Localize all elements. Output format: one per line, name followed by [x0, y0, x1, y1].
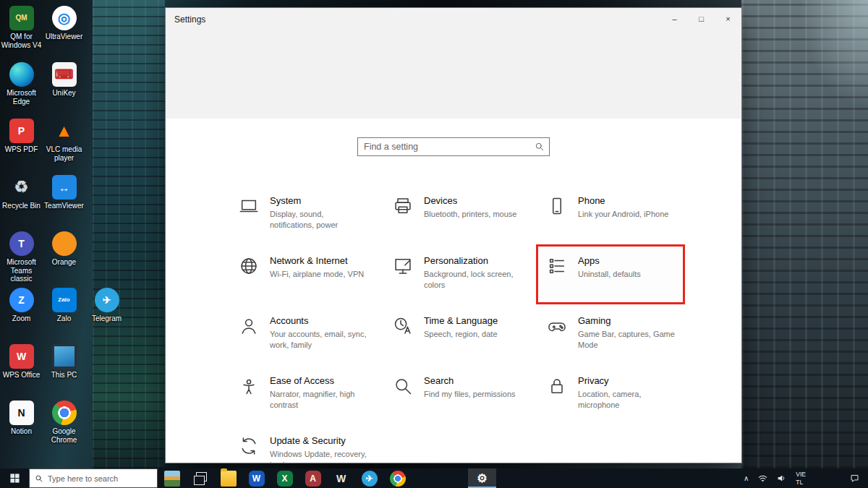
category-title: Accounts [270, 315, 367, 326]
desktop-icon-tile: QM [9, 6, 34, 30]
language-line1: VIE [796, 471, 806, 479]
desktop-icon-label: Zoom [12, 314, 31, 323]
settings-category-network-internet[interactable]: Network & Internet Wi-Fi, airplane mode,… [228, 244, 377, 304]
wifi-icon[interactable] [758, 474, 767, 483]
desktop-icon-tile: ▲ [52, 119, 77, 143]
find-setting-box [357, 137, 550, 156]
system-tray: ∧ VIE TL [744, 468, 868, 488]
language-indicator[interactable]: VIE TL [796, 471, 806, 486]
taskbar-search[interactable] [29, 468, 158, 488]
network-icon [239, 256, 259, 276]
chevron-up-icon[interactable]: ∧ [744, 475, 749, 482]
start-button[interactable] [0, 468, 29, 488]
desktop-icon-tile [52, 344, 77, 369]
desktop-icon-zoom[interactable]: Z Zoom [0, 288, 43, 344]
category-title: Search [424, 375, 516, 386]
taskbar-active-app: ⚙ [468, 468, 496, 488]
desktop-icon-unikey[interactable]: ⌨ UniKey [43, 62, 85, 119]
category-title: System [270, 195, 367, 206]
desktop-icon-label: TeamViewer [44, 202, 84, 210]
taskbar-app-w-app[interactable]: W [327, 468, 355, 488]
taskbar-app-excel[interactable]: X [271, 468, 299, 488]
desktop-icon-notion[interactable]: N Notion [0, 401, 43, 457]
search-category-icon [393, 376, 413, 396]
taskbar-app-news-widget[interactable] [158, 468, 186, 488]
desktop-icon-orange[interactable]: Orange [43, 231, 85, 288]
taskbar-app-file-explorer[interactable] [214, 468, 242, 488]
category-description: Bluetooth, printers, mouse [424, 209, 516, 220]
category-description: Location, camera, microphone [578, 389, 676, 411]
category-title: Update & Security [270, 435, 367, 446]
settings-category-system[interactable]: System Display, sound, notifications, po… [228, 184, 377, 244]
category-title: Time & Language [424, 315, 498, 326]
desktop-icon-label: Microsoft Edge [1, 89, 43, 106]
system-icon [239, 196, 259, 216]
desktop-icon-tile: T [9, 231, 34, 256]
category-description: Link your Android, iPhone [578, 209, 668, 220]
desktop-icon-ultraviewer[interactable]: ◎ UltraViewer [43, 6, 85, 62]
minimize-button[interactable]: – [661, 8, 688, 30]
taskbar-app-settings[interactable]: ⚙ [468, 468, 496, 488]
desktop-icon-label: Telegram [92, 314, 122, 323]
desktop-icon-qm-for-windows[interactable]: QM QM for Windows V4 [0, 6, 43, 62]
category-description: Uninstall, defaults [578, 269, 641, 280]
desktop-icon-tile: N [9, 401, 34, 425]
desktop-icon-microsoft-teams[interactable]: T Microsoft Teams classic [0, 231, 43, 288]
category-description: Narrator, magnifier, high contrast [270, 389, 367, 411]
desktop-icon-recycle-bin[interactable]: ♻ Recycle Bin [0, 175, 43, 231]
desktop-icon-tile: W [9, 344, 34, 369]
category-title: Ease of Access [270, 375, 367, 386]
window-controls: – □ × [661, 8, 741, 30]
desktop-icon-label: QM for Windows V4 [1, 33, 43, 49]
search-icon[interactable] [530, 141, 549, 153]
taskbar-app-chrome[interactable] [383, 468, 412, 488]
desktop-icon-wps-office[interactable]: W WPS Office [0, 344, 43, 401]
titlebar[interactable]: Settings – □ × [166, 8, 741, 31]
category-description: Game Bar, captures, Game Mode [578, 329, 676, 351]
privacy-icon [547, 376, 567, 396]
taskbar-search-input[interactable] [48, 474, 152, 483]
settings-category-apps[interactable]: Apps Uninstall, defaults [536, 244, 685, 304]
desktop-icon-wps-pdf[interactable]: P WPS PDF [0, 119, 43, 175]
settings-category-devices[interactable]: Devices Bluetooth, printers, mouse [382, 184, 531, 244]
desktop-icon-zalo[interactable]: Zalo Zalo [43, 288, 85, 344]
find-setting-input[interactable] [358, 138, 530, 155]
settings-category-privacy[interactable]: Privacy Location, camera, microphone [536, 364, 685, 424]
settings-category-phone[interactable]: Phone Link your Android, iPhone [536, 184, 685, 244]
desktop-icon-telegram[interactable]: ✈ Telegram [85, 288, 128, 344]
notification-icon[interactable] [850, 474, 859, 483]
settings-category-update-security[interactable]: Update & Security Windows Update, recove… [228, 424, 377, 463]
desktop-icon-vlc[interactable]: ▲ VLC media player [43, 119, 85, 175]
taskbar-app-word[interactable]: W [242, 468, 271, 488]
category-description: Background, lock screen, colors [424, 269, 522, 291]
settings-category-accounts[interactable]: Accounts Your accounts, email, sync, wor… [228, 304, 377, 364]
taskbar-spacer [412, 468, 468, 488]
volume-icon[interactable] [777, 474, 786, 483]
desktop-icon-microsoft-edge[interactable]: Microsoft Edge [0, 62, 43, 119]
accounts-icon [239, 316, 259, 336]
desktop-icon-label: VLC media player [43, 145, 85, 162]
maximize-button[interactable]: □ [688, 8, 715, 30]
category-title: Phone [578, 195, 668, 206]
category-description: Display, sound, notifications, power [270, 209, 367, 231]
settings-category-personalization[interactable]: Personalization Background, lock screen,… [382, 244, 531, 304]
desktop-icon-google-chrome[interactable]: Google Chrome [43, 401, 85, 457]
desktop-icon-tile [52, 231, 77, 256]
settings-categories: System Display, sound, notifications, po… [228, 184, 690, 463]
category-description: Windows Update, recovery, backup [270, 449, 367, 463]
taskbar-app-telegram[interactable]: ✈ [355, 468, 383, 488]
settings-category-ease-of-access[interactable]: Ease of Access Narrator, magnifier, high… [228, 364, 377, 424]
close-button[interactable]: × [715, 8, 741, 30]
language-line2: TL [796, 479, 806, 487]
desktop-icon-teamviewer[interactable]: ↔ TeamViewer [43, 175, 85, 231]
taskbar-app-task-view[interactable] [186, 468, 214, 488]
desktop-icon-label: WPS PDF [5, 145, 38, 154]
category-description: Wi-Fi, airplane mode, VPN [270, 269, 364, 280]
settings-category-time-language[interactable]: Time & Language Speech, region, date [382, 304, 531, 364]
desktop-icon-this-pc[interactable]: This PC [43, 344, 85, 401]
settings-category-search[interactable]: Search Find my files, permissions [382, 364, 531, 424]
settings-category-gaming[interactable]: Gaming Game Bar, captures, Game Mode [536, 304, 685, 364]
taskbar-app-access[interactable]: A [299, 468, 327, 488]
category-title: Privacy [578, 375, 676, 386]
taskbar: W X A W ✈ ⚙ ∧ VIE TL [0, 468, 868, 488]
